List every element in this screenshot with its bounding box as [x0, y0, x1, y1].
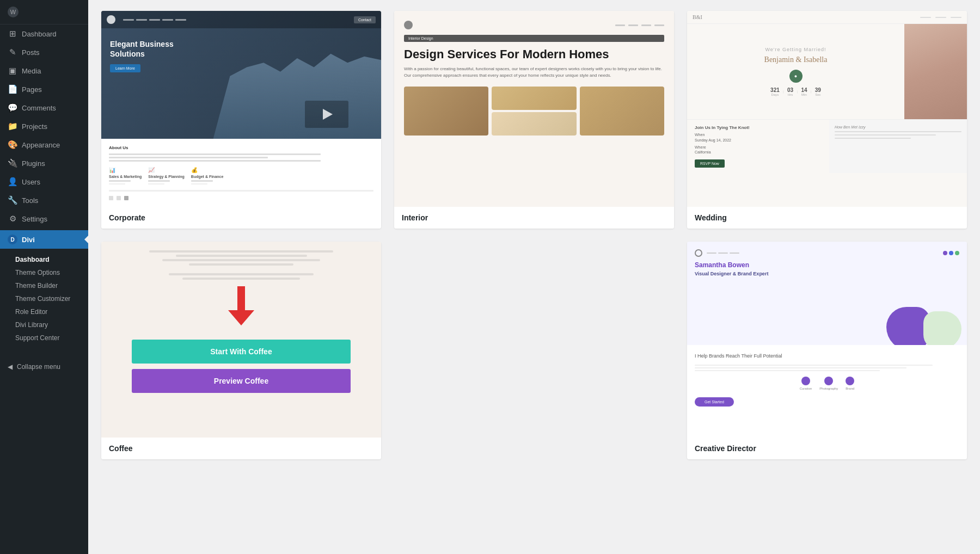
- sidebar-item-label: Media: [22, 67, 41, 75]
- sidebar-item-settings[interactable]: ⚙ Settings: [0, 210, 88, 228]
- plugins-icon: 🔌: [8, 158, 17, 168]
- posts-icon: ✎: [8, 47, 17, 57]
- start-with-coffee-button[interactable]: Start With Coffee: [132, 340, 351, 364]
- settings-icon: ⚙: [8, 214, 17, 224]
- divi-submenu-theme-builder[interactable]: Theme Builder: [0, 279, 88, 292]
- theme-label-coffee: Coffee: [101, 438, 381, 459]
- sidebar-item-label: Tools: [22, 196, 38, 205]
- theme-card-corporate[interactable]: Contact Elegant BusinessSolutions Learn …: [101, 11, 381, 229]
- preview-coffee-button[interactable]: Preview Coffee: [132, 369, 351, 393]
- divi-submenu-role-editor[interactable]: Role Editor: [0, 305, 88, 318]
- sidebar-item-label: Projects: [22, 122, 47, 131]
- wedding-title: Benjamin & Isabella: [764, 54, 828, 65]
- users-icon: 👤: [8, 177, 17, 187]
- theme-card-wedding[interactable]: B&I We're Getting Married! Benjamin & Is…: [687, 11, 967, 229]
- sidebar-item-tools[interactable]: 🔧 Tools: [0, 191, 88, 210]
- sidebar-item-comments[interactable]: 💬 Comments: [0, 99, 88, 117]
- sidebar: W ⊞ Dashboard ✎ Posts ▣ Media 📄 Pages 💬 …: [0, 0, 88, 554]
- sidebar-item-pages[interactable]: 📄 Pages: [0, 80, 88, 99]
- sidebar-item-label: Pages: [22, 85, 42, 94]
- creative-title: Visual Designer & Brand Expert: [695, 271, 959, 276]
- theme-label-creative-director: Creative Director: [687, 438, 967, 459]
- sidebar-item-appearance[interactable]: 🎨 Appearance: [0, 136, 88, 154]
- coffee-preview: Start With Coffee Preview Coffee: [101, 242, 381, 438]
- divi-submenu-theme-options[interactable]: Theme Options: [0, 266, 88, 279]
- sidebar-item-label: Appearance: [22, 141, 60, 149]
- creative-cta-button[interactable]: Get Started: [695, 397, 734, 407]
- sidebar-item-projects[interactable]: 📁 Projects: [0, 117, 88, 136]
- wp-logo: W: [0, 0, 88, 24]
- divi-submenu: Dashboard Theme Options Theme Builder Th…: [0, 251, 88, 347]
- pages-icon: 📄: [8, 84, 17, 94]
- theme-label-wedding: Wedding: [687, 207, 967, 229]
- sidebar-item-plugins[interactable]: 🔌 Plugins: [0, 154, 88, 173]
- corporate-preview: Contact Elegant BusinessSolutions Learn …: [101, 11, 381, 207]
- creative-preview: Samantha Bowen Visual Designer & Brand E…: [687, 242, 967, 438]
- sidebar-item-label: Dashboard: [22, 30, 57, 38]
- divi-icon: D: [8, 235, 17, 244]
- collapse-icon: ◀: [8, 363, 13, 371]
- theme-label-interior: Interior: [394, 207, 674, 229]
- sidebar-item-dashboard[interactable]: ⊞ Dashboard: [0, 24, 88, 43]
- theme-card-interior[interactable]: Interior Design Design Services For Mode…: [394, 11, 674, 229]
- appearance-icon: 🎨: [8, 140, 17, 150]
- divi-submenu-support-center[interactable]: Support Center: [0, 331, 88, 344]
- collapse-label: Collapse menu: [17, 363, 60, 371]
- wedding-how-met: How Ben Met Izzy: [835, 125, 961, 129]
- dashboard-icon: ⊞: [8, 29, 17, 39]
- interior-title: Design Services For Modern Homes: [404, 47, 664, 61]
- sidebar-item-users[interactable]: 👤 Users: [0, 173, 88, 191]
- sidebar-item-media[interactable]: ▣ Media: [0, 61, 88, 80]
- sidebar-item-posts[interactable]: ✎ Posts: [0, 43, 88, 61]
- theme-card-creative-director[interactable]: Samantha Bowen Visual Designer & Brand E…: [687, 242, 967, 459]
- sidebar-item-label: Users: [22, 178, 40, 186]
- projects-icon: 📁: [8, 121, 17, 131]
- theme-card-coffee[interactable]: Start With Coffee Preview Coffee Coffee: [101, 242, 381, 459]
- divi-submenu-dashboard[interactable]: Dashboard: [0, 253, 88, 266]
- divi-label: Divi: [22, 236, 35, 244]
- themes-grid: Contact Elegant BusinessSolutions Learn …: [101, 11, 967, 459]
- theme-label-corporate: Corporate: [101, 207, 381, 229]
- media-icon: ▣: [8, 66, 17, 76]
- sidebar-item-label: Comments: [22, 104, 56, 112]
- creative-name: Samantha Bowen: [695, 261, 959, 270]
- main-content: Contact Elegant BusinessSolutions Learn …: [88, 0, 980, 554]
- divi-submenu-theme-customizer[interactable]: Theme Customizer: [0, 292, 88, 305]
- divi-submenu-divi-library[interactable]: Divi Library: [0, 318, 88, 331]
- sidebar-item-label: Settings: [22, 215, 47, 223]
- sidebar-item-label: Posts: [22, 48, 40, 57]
- interior-subtitle: With a passion for creating beautiful, f…: [404, 66, 664, 79]
- tools-icon: 🔧: [8, 195, 17, 205]
- sidebar-item-divi[interactable]: D Divi: [0, 230, 88, 249]
- interior-preview: Interior Design Design Services For Mode…: [394, 11, 674, 207]
- wedding-preview: B&I We're Getting Married! Benjamin & Is…: [687, 11, 967, 207]
- collapse-menu[interactable]: ◀ Collapse menu: [0, 358, 88, 376]
- wp-icon: W: [8, 7, 19, 17]
- comments-icon: 💬: [8, 103, 17, 113]
- sidebar-item-label: Plugins: [22, 159, 45, 168]
- divi-active-arrow: [84, 235, 88, 244]
